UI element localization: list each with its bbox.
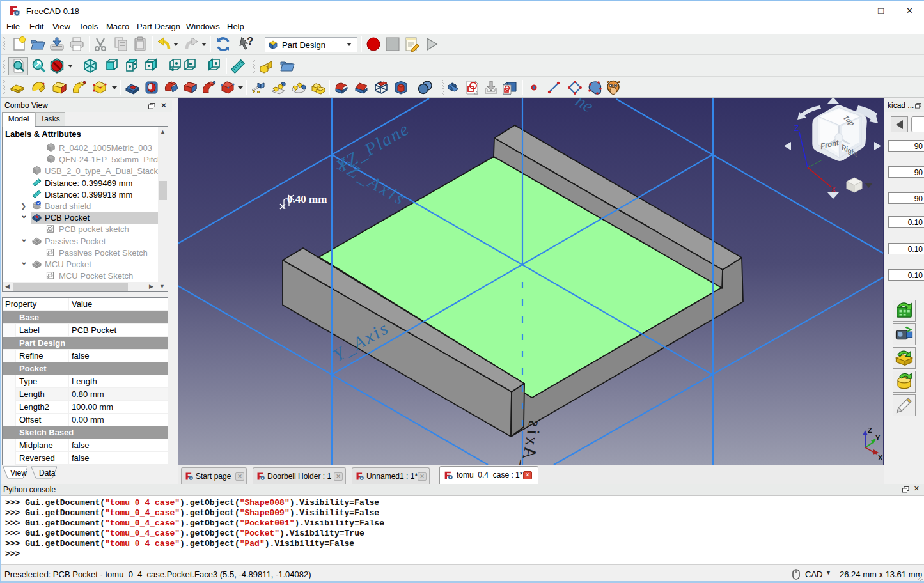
svg-text:Z: Z [868,426,872,434]
svg-text:Z: Z [794,125,799,134]
svg-text:Data: Data [39,469,56,478]
svg-text:Y: Y [875,434,881,442]
svg-text:X: X [878,454,883,462]
svg-text:?: ? [247,36,253,47]
svg-text:View: View [10,469,27,478]
svg-text:X: X [831,186,836,195]
